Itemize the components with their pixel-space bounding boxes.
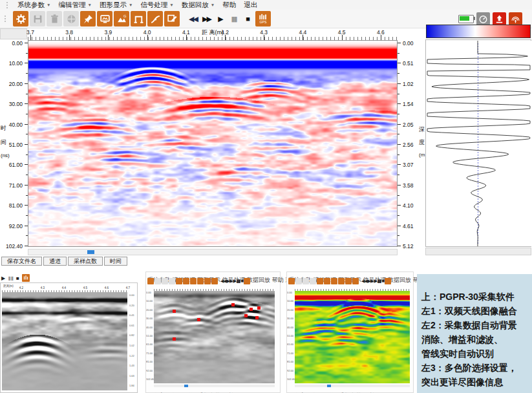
- radargram-canvas[interactable]: [28, 40, 398, 247]
- mini-tick-label: 40.00: [146, 326, 153, 329]
- menu-item-1[interactable]: 编辑管理▼: [54, 1, 95, 10]
- tick-label: 30.00: [9, 101, 23, 107]
- play-button[interactable]: ▶: [1, 275, 5, 281]
- rewind-button[interactable]: ◀◀: [186, 11, 200, 27]
- distance-tick: [30, 35, 31, 40]
- tick-label: 1.54: [403, 101, 414, 107]
- tab-0[interactable]: 保存文件名: [1, 257, 42, 266]
- gps-button[interactable]: [244, 278, 250, 284]
- pause-button[interactable]: ▮▮: [227, 11, 240, 27]
- mini-depth-label: 1.02: [129, 344, 134, 347]
- tab-2[interactable]: 采样点数: [68, 257, 103, 266]
- scrollbar-thumb[interactable]: [87, 250, 94, 254]
- edit-brush-button[interactable]: [164, 11, 180, 27]
- display-settings-button[interactable]: [324, 278, 330, 284]
- marker-pin-button[interactable]: [176, 278, 182, 284]
- tick: [398, 205, 401, 206]
- gain-button[interactable]: [331, 278, 337, 284]
- trace-panel-scrollbar[interactable]: [425, 248, 531, 255]
- display-settings-button[interactable]: [97, 11, 112, 27]
- gain-curve-button[interactable]: [204, 278, 211, 284]
- marker-pin-button[interactable]: [317, 278, 323, 284]
- pause-button[interactable]: ▮▮: [8, 275, 14, 281]
- tick-label: 92.00: [9, 223, 23, 229]
- mini-tick-label: 71.00: [146, 352, 153, 355]
- window-mode-button[interactable]: [169, 278, 175, 284]
- menu-item-4[interactable]: 数据回放▼: [178, 1, 218, 10]
- tick: [398, 43, 401, 43]
- mini-scrollbar[interactable]: [295, 385, 410, 387]
- tab-1[interactable]: 通道: [43, 257, 67, 266]
- gps-button[interactable]: GPS: [255, 11, 271, 27]
- settings-button[interactable]: [147, 278, 154, 284]
- fast-forward-button[interactable]: ▶▶: [200, 11, 213, 27]
- mini-distance-ruler: [154, 286, 275, 291]
- distance-tick: [147, 35, 148, 40]
- gps-button[interactable]: [22, 274, 30, 282]
- tick-label: 4.10: [403, 202, 414, 209]
- time-axis-label: 间: [1, 138, 6, 147]
- menu-item-5[interactable]: 帮助: [218, 1, 240, 10]
- distance-tick: [186, 35, 187, 40]
- mini-tick-label: 4.5: [83, 286, 87, 290]
- mini-radargram[interactable]: [295, 291, 410, 383]
- menu-item-6[interactable]: 退出: [240, 1, 261, 10]
- marker-pin-button[interactable]: [80, 11, 96, 27]
- mini-radargram[interactable]: [154, 291, 275, 383]
- tick: [398, 144, 401, 145]
- caption-line: 突出更详尽图像信息: [421, 375, 529, 389]
- playback-buttons[interactable]: ◀◀ ▶▶ ▶ ▮▮ ■: [220, 279, 243, 284]
- playback-buttons[interactable]: ◀◀ ▶▶ ▶ ▮▮ ■: [361, 279, 384, 284]
- mini-tick-label: 81.00: [287, 360, 293, 363]
- window-mode-button[interactable]: [310, 278, 316, 284]
- menu-item-2[interactable]: 图形显示▼: [96, 1, 136, 10]
- play-button[interactable]: ▶: [213, 11, 227, 27]
- delete-button[interactable]: [162, 278, 168, 284]
- mini-radargram-grayscale[interactable]: [2, 292, 127, 390]
- gain-button[interactable]: [190, 278, 197, 284]
- chevron-down-icon: ▼: [169, 3, 173, 7]
- tab-3[interactable]: 时间: [104, 257, 127, 266]
- stop-button[interactable]: ■: [240, 11, 254, 27]
- minor-tick: [398, 235, 399, 236]
- distance-tick: [303, 35, 303, 40]
- mini-scrollbar[interactable]: [154, 385, 275, 387]
- save-button[interactable]: [154, 278, 161, 284]
- scrollbar-thumb[interactable]: [327, 385, 331, 387]
- pin-icon: [83, 14, 94, 25]
- edit-brush-button[interactable]: [352, 278, 359, 284]
- edit-brush-button[interactable]: [211, 278, 218, 284]
- stop-button[interactable]: ■: [16, 275, 19, 281]
- time-window-button[interactable]: [338, 278, 345, 284]
- mini-depth-label: 0.20: [129, 304, 134, 307]
- gain-curve-button[interactable]: [147, 11, 163, 27]
- gps-icon: GPS: [257, 13, 269, 25]
- gain-button[interactable]: G: [114, 11, 129, 27]
- menu-item-0[interactable]: 系统参数▼: [14, 1, 54, 10]
- mini-tick-label: 102.40: [146, 377, 154, 381]
- tick-label: 10.00: [9, 60, 23, 67]
- gps-button[interactable]: [385, 278, 391, 284]
- antenna-button[interactable]: [509, 12, 522, 26]
- scrollbar-thumb[interactable]: [184, 385, 188, 387]
- settings-button[interactable]: [13, 11, 28, 27]
- speed-gauge-button[interactable]: [476, 12, 490, 26]
- display-settings-button[interactable]: [183, 278, 189, 284]
- time-window-button[interactable]: [131, 11, 146, 27]
- settings-button[interactable]: [288, 278, 295, 284]
- mini-distance-label: 距离(m): [3, 284, 14, 288]
- svg-text:GPS: GPS: [260, 20, 267, 24]
- mini-tick-label: 81.00: [146, 360, 153, 363]
- distance-tick: [264, 35, 264, 40]
- chevron-down-icon: ▼: [211, 3, 215, 7]
- upload-button[interactable]: [493, 12, 506, 26]
- gain-curve-button[interactable]: [345, 278, 352, 284]
- mini-depth-label: 0.41: [129, 313, 134, 317]
- time-window-button[interactable]: [197, 278, 204, 284]
- horizontal-scrollbar[interactable]: [28, 249, 398, 255]
- bottom-tab-strip: 保存文件名通道采样点数时间: [1, 257, 129, 266]
- tick-label: 5.12: [403, 243, 414, 250]
- menu-item-3[interactable]: 信号处理▼: [136, 1, 177, 10]
- delete-button[interactable]: [303, 278, 309, 284]
- save-button[interactable]: [295, 278, 302, 284]
